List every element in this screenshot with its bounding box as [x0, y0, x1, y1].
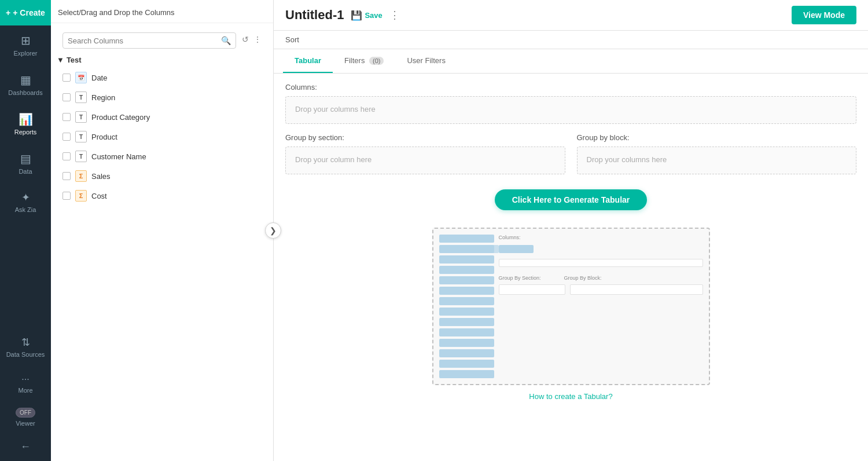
columns-drop-zone[interactable]: Drop your columns here [285, 96, 856, 124]
column-checkbox-product-category[interactable] [62, 113, 71, 121]
more-options-button[interactable]: ⋮ [389, 9, 400, 21]
collapse-icon: ▼ [57, 56, 64, 64]
num-type-icon: Σ [75, 170, 87, 182]
date-type-icon: 📅 [75, 72, 87, 83]
search-input[interactable] [68, 36, 218, 45]
group-by-block-drop-zone[interactable]: Drop your columns here [577, 147, 857, 174]
sort-label: Sort [285, 35, 299, 44]
list-item[interactable]: T Customer Name [51, 147, 273, 166]
save-label: Save [365, 11, 382, 20]
how-to-link[interactable]: How to create a Tabular? [529, 392, 612, 401]
columns-section: Columns: Drop your columns here [274, 74, 868, 133]
column-name: Product Category [91, 113, 150, 122]
back-icon: ← [20, 441, 31, 452]
tab-user-filters[interactable]: User Filters [395, 49, 457, 73]
sidebar-item-label: Explorer [14, 50, 38, 57]
sidebar-item-data[interactable]: ▤ Data [0, 144, 51, 183]
column-checkbox-region[interactable] [62, 93, 71, 101]
preview-group-boxes [499, 284, 703, 295]
preview-drag-item [499, 245, 534, 253]
text-type-icon: T [75, 111, 87, 123]
preview-right: Columns: Group By Section: Group By Bloc… [499, 235, 703, 378]
back-button[interactable]: ← [20, 433, 31, 461]
more-icon: ··· [21, 374, 29, 385]
sidebar-item-label: More [18, 387, 32, 394]
preview-container: Columns: Group By Section: Group By Bloc… [274, 222, 868, 412]
list-item[interactable]: T Product Category [51, 107, 273, 127]
tab-filters[interactable]: Filters (0) [333, 49, 395, 73]
tab-tabular[interactable]: Tabular [283, 49, 333, 73]
top-bar: Untitled-1 💾 Save ⋮ View Mode [274, 0, 868, 31]
sidebar-item-label: Data [19, 168, 32, 175]
dashboards-icon: ▦ [20, 73, 31, 87]
group-by-section-label: Group by section: [285, 133, 565, 142]
more-options-icon[interactable]: ⋮ [253, 35, 262, 44]
column-name: Region [91, 93, 115, 102]
column-name: Date [91, 74, 107, 82]
column-list: ▼ Test 📅 Date T Region T Product Categor… [51, 52, 273, 461]
column-checkbox-product[interactable] [62, 133, 71, 141]
sidebar-item-label: Reports [14, 129, 37, 136]
group-by-section-col: Group by section: Drop your column here [285, 133, 565, 174]
viewer-label: Viewer [16, 420, 35, 427]
collapse-panel-arrow[interactable]: ❯ [265, 222, 281, 239]
column-checkbox-customer-name[interactable] [62, 152, 71, 160]
list-item[interactable]: T Product [51, 127, 273, 147]
preview-left-stripes [439, 235, 494, 378]
list-item[interactable]: 📅 Date [51, 68, 273, 87]
column-checkbox-cost[interactable] [62, 192, 71, 200]
column-checkbox-sales[interactable] [62, 172, 71, 180]
list-item[interactable]: Σ Sales [51, 166, 273, 186]
create-label: + Create [13, 8, 45, 17]
viewer-toggle[interactable]: OFF [16, 408, 35, 418]
list-item[interactable]: Σ Cost [51, 186, 273, 206]
group-by-block-col: Group by block: Drop your columns here [577, 133, 857, 174]
group-by-block-label: Group by block: [577, 133, 857, 142]
main-content: Untitled-1 💾 Save ⋮ View Mode Sort Tabul… [274, 0, 868, 461]
text-type-icon: T [75, 151, 87, 162]
column-checkbox-date[interactable] [62, 74, 71, 82]
list-item[interactable]: T Region [51, 87, 273, 107]
preview-illustration: Columns: Group By Section: Group By Bloc… [432, 228, 710, 385]
column-panel: Select/Drag and Drop the Columns 🔍 ↺ ⋮ ▼… [51, 0, 274, 461]
search-icon: 🔍 [221, 36, 231, 45]
create-button[interactable]: + + Create [0, 0, 51, 25]
sidebar-item-more[interactable]: ··· More [0, 366, 51, 402]
column-name: Sales [91, 172, 111, 181]
view-mode-button[interactable]: View Mode [792, 6, 856, 24]
data-sources-icon: ⇅ [21, 336, 30, 349]
sidebar-item-explorer[interactable]: ⊞ Explorer [0, 25, 51, 65]
group-name: Test [67, 56, 82, 64]
sidebar-item-label: Ask Zia [15, 206, 36, 213]
preview-group-labels: Group By Section: Group By Block: [499, 275, 703, 281]
sort-bar: Sort [274, 31, 868, 49]
save-button[interactable]: 💾 Save [351, 10, 382, 21]
sidebar-item-dashboards[interactable]: ▦ Dashboards [0, 65, 51, 104]
text-type-icon: T [75, 131, 87, 142]
sidebar-item-reports[interactable]: 📊 Reports [0, 104, 51, 144]
group-by-section-drop-zone[interactable]: Drop your column here [285, 147, 565, 174]
ask-zia-icon: ✦ [21, 191, 30, 204]
explorer-icon: ⊞ [21, 34, 31, 47]
sidebar-item-data-sources[interactable]: ⇅ Data Sources [0, 328, 51, 366]
report-title: Untitled-1 [285, 8, 344, 23]
columns-drop-placeholder: Drop your columns here [295, 105, 376, 114]
generate-tabular-button[interactable]: Click Here to Generate Tabular [495, 189, 648, 210]
preview-columns-label: Columns: [499, 235, 703, 240]
plus-icon: + [6, 8, 10, 17]
columns-label: Columns: [285, 83, 856, 92]
preview-columns-bar [499, 259, 703, 267]
save-icon: 💾 [351, 10, 362, 21]
sidebar-item-label: Dashboards [8, 89, 42, 96]
group-by-section-placeholder: Drop your column here [295, 155, 372, 164]
report-tabs: Tabular Filters (0) User Filters [274, 49, 868, 74]
sidebar-item-ask-zia[interactable]: ✦ Ask Zia [0, 183, 51, 221]
data-icon: ▤ [20, 152, 31, 166]
sidebar-item-label: Data Sources [6, 351, 45, 358]
group-header-test[interactable]: ▼ Test [51, 52, 273, 68]
left-nav: + + Create ⊞ Explorer ▦ Dashboards 📊 Rep… [0, 0, 51, 461]
top-bar-right: View Mode [792, 6, 856, 24]
generate-btn-container: Click Here to Generate Tabular [274, 184, 868, 222]
refresh-icon[interactable]: ↺ [242, 35, 249, 44]
report-panel: Tabular Filters (0) User Filters Columns… [274, 49, 868, 461]
